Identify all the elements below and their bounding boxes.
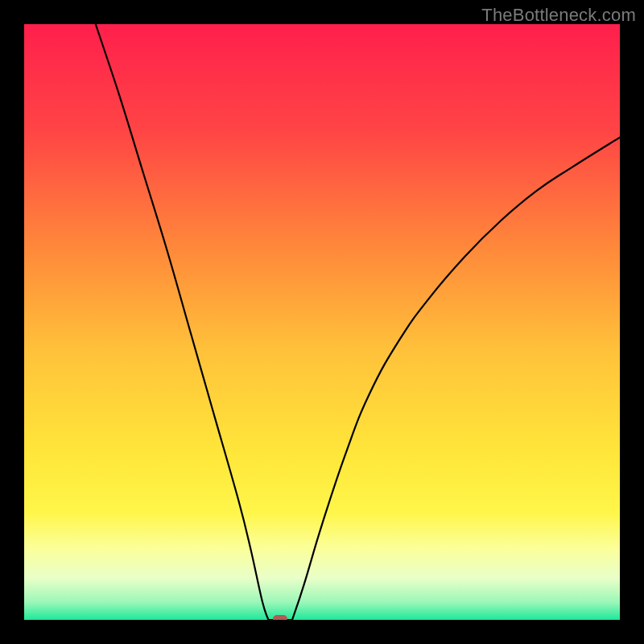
- gradient-background: [24, 24, 620, 620]
- plot-area: [24, 24, 620, 620]
- bottleneck-chart: [24, 24, 620, 620]
- chart-frame: TheBottleneck.com: [0, 0, 644, 644]
- watermark-text: TheBottleneck.com: [481, 5, 636, 26]
- optimum-marker: [273, 615, 287, 620]
